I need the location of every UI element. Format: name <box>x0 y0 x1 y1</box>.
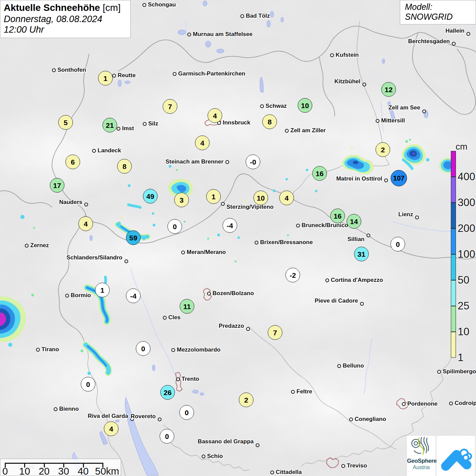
city-label: Schio <box>207 453 223 460</box>
city-label: Schlanders/Silandro <box>67 254 122 261</box>
city-dot <box>270 471 274 474</box>
city-dot <box>325 278 329 282</box>
city-dot <box>362 83 366 86</box>
snow-value-badge: 14 <box>347 214 361 229</box>
city-label: Bienno <box>59 406 79 412</box>
city-dot <box>422 109 426 113</box>
snow-value-badge: 0 <box>136 341 151 356</box>
snow-value-badge: 8 <box>117 159 132 174</box>
city-label: Brixen/Bressanone <box>260 239 313 246</box>
legend-tick-label: 25 <box>458 300 469 312</box>
city-label: Schwaz <box>266 103 287 109</box>
legend-segment <box>451 203 456 228</box>
legend-tick-label: 200 <box>458 222 475 235</box>
legend-segment <box>451 306 456 332</box>
snow-value-badge: 2 <box>239 393 254 407</box>
city-label: Landeck <box>98 147 121 154</box>
legend-segment <box>451 254 456 280</box>
city-label: Innsbruck <box>223 119 250 126</box>
city-label: Silz <box>148 120 158 127</box>
snow-value-badge: 4 <box>208 108 222 123</box>
legend-segment <box>451 280 456 306</box>
city-label: Cittadella <box>276 469 302 476</box>
city-label: Cortina d'Ampezzo <box>331 277 383 284</box>
city-label: Bruneck/Brunico <box>302 222 348 229</box>
city-dot <box>367 234 370 237</box>
city-dot <box>376 119 379 123</box>
city-label: Schongau <box>148 1 176 8</box>
scale-bar-tick-label: 30 <box>58 466 69 476</box>
snow-depth-map-page: { "header": { "title": "Aktuelle Schneeh… <box>0 0 476 476</box>
map-canvas: SchongauBad TölzKemptenMurnau am Staffel… <box>0 0 476 476</box>
city-dot <box>437 370 441 374</box>
city-dot <box>449 402 453 405</box>
city-dot <box>92 149 96 153</box>
city-dot <box>171 348 175 352</box>
snow-value-badge: 10 <box>254 191 268 205</box>
snow-value-badge: 4 <box>279 191 294 205</box>
city-label: Riva del Garda <box>88 413 128 420</box>
snow-value-badge: 7 <box>163 99 177 114</box>
city-label: Zell am Ziller <box>290 127 326 134</box>
city-dot <box>173 72 176 76</box>
scale-bar-tick-label: 50km <box>95 466 119 476</box>
city-dot <box>341 464 345 468</box>
page-subtitle: Donnerstag, 08.08.2024 12:00 Uhr <box>4 14 126 35</box>
city-dot <box>452 42 456 46</box>
city-dot <box>260 104 264 108</box>
snow-value-badge: 1 <box>95 283 110 298</box>
title-box: Aktuelle Schneehöhe [cm] Donnerstag, 08.… <box>0 0 131 38</box>
mountain-cloud-logo <box>437 436 475 476</box>
city-label: Pordenone <box>407 401 438 407</box>
city-dot <box>360 302 364 306</box>
city-label: Bassano del Grappa <box>198 438 254 445</box>
geosphere-logo: GeoSphere Austria <box>407 436 436 476</box>
snow-value-badge: 4 <box>79 217 93 231</box>
city-label: Imst <box>122 125 134 132</box>
city-dot <box>415 216 419 219</box>
scale-bar-line <box>5 463 103 464</box>
city-dot <box>291 390 295 394</box>
city-dot <box>25 244 29 248</box>
city-dot <box>330 53 334 57</box>
snow-value-badge: 1 <box>206 189 221 204</box>
snow-value-badge: 8 <box>262 115 277 129</box>
city-label: Bozen/Bolzano <box>213 290 254 297</box>
snow-value-badge: 0 <box>391 237 405 252</box>
city-label: Predazzo <box>219 323 244 329</box>
legend-tick-label: 400 <box>458 171 475 183</box>
city-dot <box>256 443 259 447</box>
city-label: Murnau am Staffelsee <box>193 31 253 38</box>
snow-value-badge: 10 <box>298 98 312 113</box>
city-dot <box>143 122 147 126</box>
city-label: Sterzing/Vipiteno <box>226 204 274 210</box>
city-label: Meran/Merano <box>187 249 226 256</box>
city-label: Cles <box>168 314 181 321</box>
snow-value-badge: 21 <box>103 118 117 133</box>
geosphere-contours-icon <box>410 436 432 456</box>
legend-tick-label: 100 <box>458 248 475 260</box>
snow-value-badge: 59 <box>126 231 141 245</box>
city-label: Sonthofen <box>57 67 86 73</box>
city-label: Kufstein <box>336 52 359 58</box>
snow-value-badge: 31 <box>354 247 369 261</box>
city-dot <box>384 178 388 182</box>
snow-value-badge: -4 <box>126 289 141 303</box>
legend-unit-label: cm <box>456 141 468 152</box>
city-label: Zernez <box>30 242 49 249</box>
title-main: Aktuelle Schneehöhe <box>4 2 100 13</box>
city-label: Feltre <box>296 388 312 395</box>
snow-value-badge: 107 <box>391 170 407 186</box>
page-title: Aktuelle Schneehöhe [cm] <box>4 2 126 13</box>
title-unit: [cm] <box>103 2 121 13</box>
snow-value-badge: 4 <box>195 136 210 150</box>
city-dot <box>84 203 88 206</box>
snow-value-badge: -2 <box>286 268 300 283</box>
snow-value-badge: 4 <box>104 422 119 436</box>
city-label: Steinach am Brenner <box>166 158 223 165</box>
city-dot <box>163 316 167 320</box>
city-label: Matrei in Osttirol <box>336 175 382 182</box>
city-label: Hallein <box>445 28 464 34</box>
city-label: Berchtesgaden <box>408 38 450 45</box>
scale-bar-tick-label: 20 <box>39 466 50 476</box>
